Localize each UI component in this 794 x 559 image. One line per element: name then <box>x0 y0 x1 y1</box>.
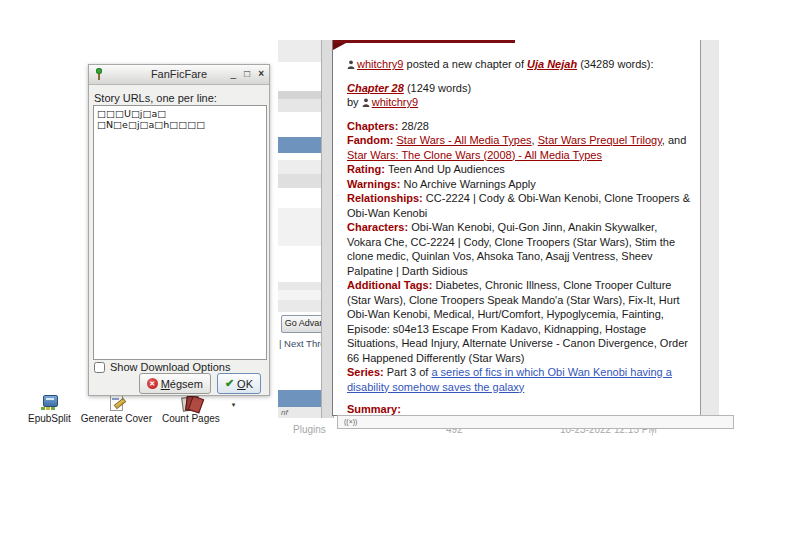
story-line: Additional Tags: Diabetes, Chronic Illne… <box>347 278 691 365</box>
epubsplit-button[interactable]: EpubSplit <box>28 395 71 424</box>
cancel-button-label: Mégsem <box>161 378 203 390</box>
cancel-icon: ✕ <box>147 378 158 389</box>
story-link[interactable]: Uja Nejah <box>527 58 577 70</box>
corner-text: nf <box>281 408 288 417</box>
text-segment: (34289 words): <box>577 58 653 70</box>
text-segment: Series: <box>347 366 387 378</box>
list-row-stripe <box>278 282 321 290</box>
plugin-toolbar: EpubSplit Generate Cover Count Pages ▾ <box>28 395 235 424</box>
window-controls: _ □ × <box>231 67 264 81</box>
text-segment: 28/28 <box>401 120 429 132</box>
text-segment: Rating: <box>347 163 388 175</box>
list-row-stripe <box>278 160 321 174</box>
list-row-stripe <box>278 290 321 300</box>
text-segment: Warnings: <box>347 178 403 190</box>
count-pages-button[interactable]: Count Pages <box>162 395 220 424</box>
panel-scrollbar[interactable] <box>700 40 719 415</box>
story-line: Rating: Teen And Up Audiences <box>347 162 691 177</box>
text-segment: Fandom: <box>347 134 397 146</box>
story-line: Relationships: CC-2224 | Cody & Obi-Wan … <box>347 191 691 220</box>
story-urls-textarea[interactable]: □□□U□j□a□ □N□e□j□a□h□□□□ <box>93 105 267 360</box>
story-urls-label: Story URLs, one per line: <box>94 92 217 104</box>
fanficfare-dialog: FanFicFare _ □ × Story URLs, one per lin… <box>88 64 270 396</box>
count-pages-icon <box>181 395 201 411</box>
close-button[interactable]: × <box>258 67 264 81</box>
status-icon: ((×)) <box>344 418 357 425</box>
story-line: Chapter 28 (1249 words) <box>347 81 691 96</box>
text-segment: Summary: <box>347 403 401 415</box>
epubsplit-icon <box>39 395 59 411</box>
split-part-icon <box>46 407 50 410</box>
show-download-options-row: Show Download Options <box>94 361 230 373</box>
scribble-line <box>112 398 119 400</box>
story-link[interactable]: whitchry9 <box>357 58 403 70</box>
story-link[interactable]: Star Wars - All Media Types <box>397 134 532 146</box>
list-row-stripe <box>278 91 321 99</box>
generate-cover-label: Generate Cover <box>81 413 152 424</box>
text-segment: Chapters: <box>347 120 401 132</box>
background-forum-list: Go Advan | Next Threa nf <box>278 40 321 418</box>
selected-row <box>278 390 321 407</box>
text-segment: No Archive Warnings Apply <box>403 178 535 190</box>
cancel-button[interactable]: ✕ Mégsem <box>139 373 211 394</box>
minimize-button[interactable]: _ <box>231 67 237 81</box>
show-download-options-label: Show Download Options <box>110 361 230 373</box>
story-line: Chapters: 28/28 <box>347 119 691 134</box>
dropdown-arrow-icon[interactable]: ▾ <box>232 401 236 419</box>
story-line: by whitchry9 <box>347 95 691 111</box>
story-link[interactable]: Star Wars Prequel Trilogy <box>538 134 662 146</box>
next-thread-link[interactable]: | Next Threa <box>279 338 321 349</box>
text-segment: , and <box>662 134 686 146</box>
story-line: whitchry9 posted a new chapter of Uja Ne… <box>347 57 691 73</box>
story-line: Summary: <box>347 402 691 415</box>
text-segment: Diabetes, Chronic Illness, Clone Trooper… <box>347 279 688 364</box>
checkmark-icon: ✔ <box>225 378 234 389</box>
text-segment: Part 3 of <box>387 366 432 378</box>
split-part-icon <box>51 407 55 410</box>
list-row-stripe <box>278 188 321 208</box>
list-row-stripe <box>278 153 321 160</box>
story-line: Series: Part 3 of a series of fics in wh… <box>347 365 691 394</box>
generate-cover-icon <box>106 395 126 411</box>
story-link[interactable]: whitchry9 <box>372 96 418 108</box>
list-row-stripe <box>278 99 321 112</box>
list-row-stripe <box>278 246 321 282</box>
dialog-buttons: ✕ Mégsem ✔ OK <box>89 373 261 394</box>
story-content: whitchry9 posted a new chapter of Uja Ne… <box>333 40 701 415</box>
list-row-stripe <box>278 62 321 91</box>
text-segment: (1249 words) <box>404 82 471 94</box>
story-line: Characters: Obi-Wan Kenobi, Qui-Gon Jinn… <box>347 220 691 278</box>
list-row-stripe <box>278 40 321 62</box>
book-line <box>46 398 54 400</box>
forum-name-link[interactable]: Plugins <box>293 424 326 435</box>
count-pages-label: Count Pages <box>162 413 220 424</box>
text-segment: Relationships: <box>347 192 426 204</box>
ok-button[interactable]: ✔ OK <box>217 373 261 394</box>
selected-row <box>278 137 321 153</box>
person-icon <box>347 58 355 73</box>
list-row-stripe <box>278 112 321 137</box>
text-segment: Additional Tags: <box>347 279 435 291</box>
list-row-stripe <box>278 174 321 188</box>
story-preview-panel: whitchry9 posted a new chapter of Uja Ne… <box>332 40 719 416</box>
story-line: Fandom: Star Wars - All Media Types, Sta… <box>347 133 691 162</box>
story-line: Warnings: No Archive Warnings Apply <box>347 177 691 192</box>
list-row-stripe <box>278 208 321 246</box>
split-part-icon <box>41 407 45 410</box>
text-segment: Characters: <box>347 221 411 233</box>
show-download-options-checkbox[interactable] <box>94 362 105 373</box>
generate-cover-button[interactable]: Generate Cover <box>81 395 152 424</box>
text-segment: by <box>347 96 362 108</box>
epubsplit-label: EpubSplit <box>28 413 71 424</box>
story-link[interactable]: Chapter 28 <box>347 82 404 94</box>
dialog-titlebar[interactable]: FanFicFare _ □ × <box>89 65 269 85</box>
text-segment: Teen And Up Audiences <box>388 163 505 175</box>
text-segment: posted a new chapter of <box>403 58 527 70</box>
ok-button-label: OK <box>237 378 253 390</box>
list-row-stripe <box>278 300 321 312</box>
book-icon <box>43 395 58 407</box>
maximize-button[interactable]: □ <box>244 67 250 81</box>
story-link[interactable]: Star Wars: The Clone Wars (2008) - All M… <box>347 149 602 161</box>
status-strip: ((×)) <box>337 415 734 429</box>
page: { "colors": { "accent_red_link": "#99000… <box>0 0 794 559</box>
